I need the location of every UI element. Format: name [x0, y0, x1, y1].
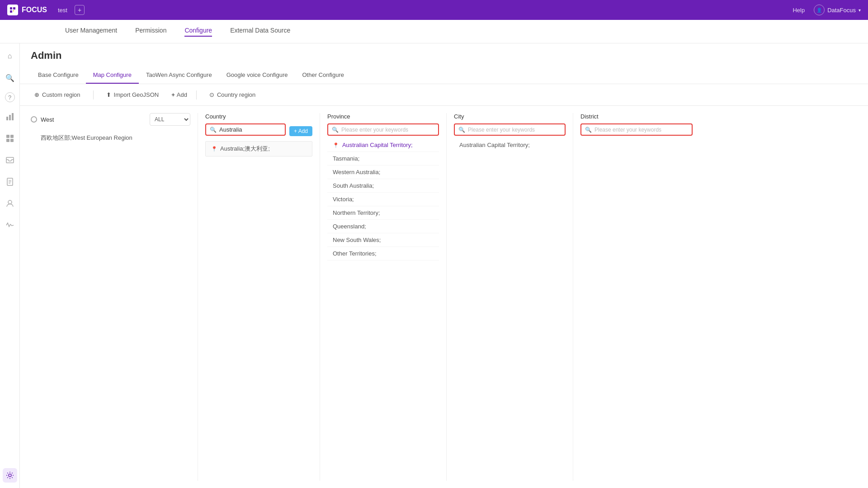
sidebar-icon-chart[interactable] [3, 109, 17, 124]
tab-map-configure[interactable]: Map Configure [86, 67, 139, 84]
city-column: City 🔍 Australian Capital Territory; [447, 113, 573, 481]
province-search-input[interactable] [341, 126, 434, 133]
province-item-8[interactable]: Other Territories; [327, 247, 439, 261]
country-column: Country 🔍 + Add 📍 Australia;澳大利亚; [198, 113, 320, 481]
nav-item-permission[interactable]: Permission [135, 27, 166, 37]
province-column-header: Province [327, 113, 439, 120]
svg-rect-6 [12, 113, 14, 120]
secondary-nav: User Management Permission Configure Ext… [0, 20, 868, 43]
page-header: Admin Base Configure Map Configure TaoWe… [20, 43, 868, 84]
district-search-box: 🔍 [580, 123, 693, 136]
plus-icon: + [171, 91, 175, 98]
svg-rect-5 [9, 115, 11, 120]
svg-rect-8 [10, 135, 14, 138]
country-search-box: 🔍 [205, 123, 286, 136]
tab-base-configure[interactable]: Base Configure [31, 67, 86, 84]
user-label: DataFocus [827, 7, 856, 14]
search-icon: 🔍 [585, 127, 592, 133]
svg-point-16 [8, 200, 12, 204]
province-item-3[interactable]: South Australia; [327, 179, 439, 193]
sidebar-icon-table[interactable] [3, 131, 17, 146]
sidebar-icon-home[interactable]: ⌂ [3, 49, 17, 63]
province-list: 📍 Australian Capital Territory; Tasmania… [327, 138, 439, 261]
custom-region-button[interactable]: ⊕ Custom region [31, 90, 84, 100]
sidebar-icon-user[interactable] [3, 196, 17, 211]
page-title: Admin [31, 50, 857, 62]
country-add-button[interactable]: + Add [289, 126, 312, 136]
chevron-down-icon: ▾ [859, 8, 861, 13]
sidebar-icon-help[interactable]: ? [5, 92, 15, 102]
svg-rect-1 [13, 7, 15, 9]
province-item-7[interactable]: New South Wales; [327, 233, 439, 247]
location-pin-icon: 📍 [211, 146, 217, 152]
content-area: Admin Base Configure Map Configure TaoWe… [20, 43, 868, 488]
province-item-4[interactable]: Victoria; [327, 193, 439, 206]
search-icon: 🔍 [332, 127, 339, 133]
sidebar-icon-search[interactable]: 🔍 [3, 71, 17, 85]
divider2 [196, 90, 197, 99]
west-radio[interactable] [31, 116, 37, 123]
district-column: District 🔍 [573, 113, 700, 481]
list-item[interactable]: 西欧地区部;West European Region [31, 131, 190, 145]
sidebar-icon-tasks[interactable] [3, 175, 17, 189]
svg-rect-0 [10, 7, 12, 9]
user-menu[interactable]: 👤 DataFocus ▾ [814, 5, 861, 15]
country-dropdown: 📍 Australia;澳大利亚; [205, 141, 312, 156]
province-search-box: 🔍 [327, 123, 439, 136]
country-item[interactable]: 📍 Australia;澳大利亚; [206, 142, 312, 156]
sidebar-icon-settings[interactable] [3, 468, 17, 483]
country-search-row: 🔍 + Add [205, 123, 312, 138]
province-item-2[interactable]: Western Australia; [327, 166, 439, 179]
avatar: 👤 [814, 5, 825, 15]
globe-icon: ⊕ [34, 91, 39, 98]
city-item-0[interactable]: Australian Capital Territory; [454, 138, 566, 152]
left-panel: West ALL 西欧地区部;West European Region [31, 113, 198, 481]
svg-rect-9 [6, 139, 9, 142]
location-pin-icon: 📍 [333, 142, 339, 148]
main-layout: ⌂ 🔍 ? Admin Base Configure [0, 43, 868, 488]
tab-other-configure[interactable]: Other Configure [295, 67, 352, 84]
city-column-header: City [454, 113, 566, 120]
subtoolbar: ⊕ Custom region ⬆ Import GeoJSON + Add ⊙… [20, 84, 868, 106]
tab-taowen-async-configure[interactable]: TaoWen Async Configure [139, 67, 219, 84]
province-item-1[interactable]: Tasmania; [327, 152, 439, 166]
province-item-5[interactable]: Northern Territory; [327, 206, 439, 220]
svg-point-17 [9, 474, 11, 477]
svg-rect-2 [10, 10, 12, 13]
add-button[interactable]: + Add [171, 91, 187, 98]
import-geojson-button[interactable]: ⬆ Import GeoJSON [103, 90, 163, 100]
tabs: Base Configure Map Configure TaoWen Asyn… [31, 67, 857, 84]
province-item-0[interactable]: 📍 Australian Capital Territory; [327, 138, 439, 152]
region-select[interactable]: ALL [150, 113, 190, 126]
country-search-input[interactable] [219, 126, 281, 133]
svg-rect-10 [10, 139, 14, 142]
west-region-row: West ALL [31, 113, 190, 126]
province-item-6[interactable]: Queensland; [327, 220, 439, 233]
svg-rect-7 [6, 135, 9, 138]
nav-item-user-management[interactable]: User Management [65, 27, 117, 37]
topbar-tab[interactable]: test [54, 5, 71, 15]
city-list: Australian Capital Territory; [454, 138, 566, 152]
country-region-button[interactable]: ⊙ Country region [206, 90, 259, 100]
city-search-input[interactable] [468, 126, 561, 133]
topbar-add-button[interactable]: + [75, 5, 85, 15]
svg-rect-11 [6, 157, 14, 163]
divider [93, 90, 94, 99]
logo[interactable]: FOCUS [7, 5, 47, 15]
district-column-header: District [580, 113, 693, 120]
logo-text: FOCUS [22, 6, 47, 14]
province-column: Province 🔍 📍 Australian Capital Territor… [320, 113, 447, 481]
logo-icon [7, 5, 18, 15]
svg-rect-4 [6, 117, 8, 120]
nav-item-configure[interactable]: Configure [184, 27, 212, 37]
region-content: West ALL 西欧地区部;West European Region Coun… [20, 106, 868, 488]
sidebar-icon-inbox[interactable] [3, 153, 17, 167]
sidebar-icon-activity[interactable] [3, 218, 17, 232]
tab-google-voice-configure[interactable]: Google voice Configure [219, 67, 295, 84]
help-link[interactable]: Help [793, 7, 805, 14]
country-column-header: Country [205, 113, 312, 120]
nav-item-external-data-source[interactable]: External Data Source [230, 27, 290, 37]
district-search-input[interactable] [594, 126, 688, 133]
sidebar: ⌂ 🔍 ? [0, 43, 20, 488]
import-icon: ⬆ [106, 91, 111, 98]
